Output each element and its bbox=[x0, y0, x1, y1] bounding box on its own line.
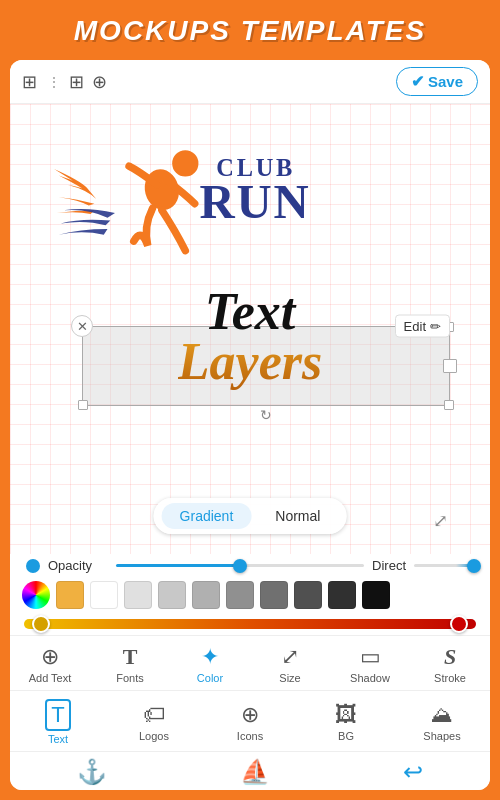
tab-bg-label: BG bbox=[338, 730, 354, 742]
bg-tab-icon: 🖼 bbox=[335, 702, 357, 728]
tab-fonts[interactable]: T Fonts bbox=[90, 640, 170, 688]
toolbar: ⊞ ⋮ ⊞ ⊕ ✔ Save bbox=[10, 60, 490, 104]
color-wheel[interactable] bbox=[22, 581, 50, 609]
color-swatch-gray1[interactable] bbox=[124, 581, 152, 609]
color-swatch-white[interactable] bbox=[90, 581, 118, 609]
grid-icon[interactable]: ⊞ bbox=[69, 71, 84, 93]
rotate-handle[interactable]: ↻ bbox=[260, 407, 272, 423]
svg-text:RUN: RUN bbox=[199, 175, 310, 229]
tab-logos-label: Logos bbox=[139, 730, 169, 742]
gradient-thumb-right[interactable] bbox=[450, 615, 468, 633]
color-swatch-black[interactable] bbox=[362, 581, 390, 609]
direct-label: Direct bbox=[372, 558, 406, 573]
tab-stroke[interactable]: S Stroke bbox=[410, 640, 490, 688]
header: MOCKUPS TEMPLATES bbox=[0, 0, 500, 60]
nav-bar: ⚓ ⛵ ↩ bbox=[10, 751, 490, 790]
pencil-icon: ✏ bbox=[430, 319, 441, 334]
tab-color[interactable]: ✦ Color bbox=[170, 640, 250, 688]
tab-size-label: Size bbox=[279, 672, 300, 684]
handle-bottom-left[interactable] bbox=[78, 400, 88, 410]
tab-add-text-label: Add Text bbox=[29, 672, 72, 684]
normal-mode-button[interactable]: Normal bbox=[257, 503, 338, 529]
expand-handle[interactable]: ⤢ bbox=[433, 510, 448, 532]
color-icon: ✦ bbox=[201, 644, 219, 670]
color-swatch-gray3[interactable] bbox=[192, 581, 220, 609]
canvas-area: CLUB RUN Text ↻ ✕ Edit ✏ Layers ⤢ Gr bbox=[10, 104, 490, 554]
opacity-slider[interactable] bbox=[116, 564, 364, 567]
text-tab-icon: T bbox=[45, 699, 70, 731]
gradient-row bbox=[10, 615, 490, 635]
handle-bottom-right[interactable] bbox=[444, 400, 454, 410]
tab-shapes-label: Shapes bbox=[423, 730, 460, 742]
edit-button[interactable]: Edit ✏ bbox=[395, 315, 450, 338]
ship-nav-icon[interactable]: ⛵ bbox=[240, 758, 270, 786]
logos-tab-icon: 🏷 bbox=[143, 702, 165, 728]
tab-icons-label: Icons bbox=[237, 730, 263, 742]
tab-text-label: Text bbox=[48, 733, 68, 745]
tab-icons[interactable]: ⊕ Icons bbox=[202, 695, 298, 749]
toolbar-dots: ⋮ bbox=[47, 74, 61, 90]
color-swatch-gray2[interactable] bbox=[158, 581, 186, 609]
tab-text[interactable]: T Text bbox=[10, 695, 106, 749]
back-nav-icon[interactable]: ↩ bbox=[403, 758, 423, 786]
tab-shapes[interactable]: ⛰ Shapes bbox=[394, 695, 490, 749]
color-swatch-gray6[interactable] bbox=[294, 581, 322, 609]
close-selection-button[interactable]: ✕ bbox=[71, 315, 93, 337]
color-palette bbox=[10, 575, 490, 615]
shapes-tab-icon: ⛰ bbox=[431, 702, 453, 728]
opacity-row: Opacity Direct bbox=[10, 554, 490, 575]
gradient-mode-button[interactable]: Gradient bbox=[162, 503, 252, 529]
move-icon[interactable]: ⊕ bbox=[92, 71, 107, 93]
gradient-thumb-left[interactable] bbox=[32, 615, 50, 633]
opacity-indicator bbox=[26, 559, 40, 573]
app-title: MOCKUPS TEMPLATES bbox=[74, 15, 426, 47]
bottom-tabs-row2: T Text 🏷 Logos ⊕ Icons 🖼 BG ⛰ Shapes bbox=[10, 690, 490, 751]
tab-add-text[interactable]: ⊕ Add Text bbox=[10, 640, 90, 688]
save-label: Save bbox=[428, 73, 463, 90]
anchor-nav-icon[interactable]: ⚓ bbox=[77, 758, 107, 786]
opacity-label: Opacity bbox=[48, 558, 108, 573]
mode-selector: Gradient Normal bbox=[154, 498, 347, 534]
save-check-icon: ✔ bbox=[411, 72, 424, 91]
tab-stroke-label: Stroke bbox=[434, 672, 466, 684]
direct-thumb[interactable] bbox=[467, 559, 481, 573]
stroke-icon: S bbox=[444, 644, 456, 670]
color-swatch-gray7[interactable] bbox=[328, 581, 356, 609]
fonts-icon: T bbox=[123, 644, 138, 670]
icons-tab-icon: ⊕ bbox=[241, 702, 259, 728]
canvas-text-layers[interactable]: Layers bbox=[178, 332, 322, 391]
shadow-icon: ▭ bbox=[360, 644, 381, 670]
main-card: ⊞ ⋮ ⊞ ⊕ ✔ Save bbox=[10, 60, 490, 790]
gradient-slider[interactable] bbox=[24, 619, 476, 629]
tab-logos[interactable]: 🏷 Logos bbox=[106, 695, 202, 749]
direct-slider[interactable] bbox=[414, 564, 474, 567]
size-icon: ⤢ bbox=[281, 644, 299, 670]
tab-color-label: Color bbox=[197, 672, 223, 684]
add-text-icon: ⊕ bbox=[41, 644, 59, 670]
tab-shadow[interactable]: ▭ Shadow bbox=[330, 640, 410, 688]
opacity-thumb[interactable] bbox=[233, 559, 247, 573]
tab-shadow-label: Shadow bbox=[350, 672, 390, 684]
club-run-logo: CLUB RUN bbox=[40, 119, 340, 279]
tab-bg[interactable]: 🖼 BG bbox=[298, 695, 394, 749]
color-swatch-gray5[interactable] bbox=[260, 581, 288, 609]
color-swatch-gray4[interactable] bbox=[226, 581, 254, 609]
color-swatch-orange[interactable] bbox=[56, 581, 84, 609]
svg-point-1 bbox=[172, 150, 198, 176]
layers-icon[interactable]: ⊞ bbox=[22, 71, 37, 93]
tab-fonts-label: Fonts bbox=[116, 672, 144, 684]
bottom-tabs-row1: ⊕ Add Text T Fonts ✦ Color ⤢ Size ▭ Shad… bbox=[10, 635, 490, 690]
save-button[interactable]: ✔ Save bbox=[396, 67, 478, 96]
edit-label: Edit bbox=[404, 319, 426, 334]
logo-area: CLUB RUN bbox=[40, 119, 340, 279]
tab-size[interactable]: ⤢ Size bbox=[250, 640, 330, 688]
